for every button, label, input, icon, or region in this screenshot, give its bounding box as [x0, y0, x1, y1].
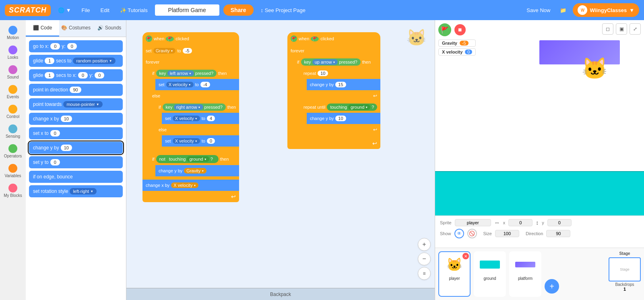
avatar: W [578, 5, 587, 15]
category-looks[interactable]: Looks [1, 43, 25, 62]
category-control[interactable]: Control [1, 102, 25, 121]
file-menu-button[interactable]: File [78, 6, 93, 15]
block-change-y-gravity[interactable]: change y by Gravity [155, 165, 239, 176]
block-go-to-y-input[interactable]: 0 [67, 43, 77, 50]
block-change-y[interactable]: change y by 10 [29, 142, 123, 154]
block-set-gravity[interactable]: set Gravity to -5 [142, 45, 239, 56]
stack-2: 🚩 when 🚩 clicked forever if key up arrow… [287, 32, 380, 149]
blocks-list: go to x: 0 y: 0 glide 1 secs to random p… [26, 37, 126, 300]
direction-input[interactable] [546, 230, 570, 237]
sprite-img-platform [515, 254, 535, 275]
zoom-reset-button[interactable]: ≡ [418, 267, 431, 280]
tutorials-button[interactable]: ✨ Tutorials [117, 6, 151, 15]
size-input[interactable] [495, 230, 519, 237]
category-events[interactable]: Events [1, 83, 25, 101]
category-motion[interactable]: Motion [1, 23, 25, 42]
gravity-badge: Gravity -5 [438, 39, 476, 47]
edit-menu-button[interactable]: Edit [97, 6, 113, 15]
tab-costumes[interactable]: 🎨 Costumes [59, 20, 93, 37]
see-project-button[interactable]: ↕ See Project Page [258, 6, 309, 15]
if-not-touching: if not touching ground ? then change y b… [142, 153, 239, 180]
zoom-controls: + − ≡ [418, 238, 431, 280]
category-looks-label: Looks [8, 55, 19, 60]
block-if-on-edge[interactable]: if on edge, bounce [29, 171, 123, 183]
show-hidden-button[interactable]: 🚫 [467, 229, 477, 238]
tab-costumes-label: Costumes [69, 25, 91, 31]
category-variables[interactable]: Variables [1, 161, 25, 180]
top-bar: SCRATCH 🌐 ▼ File Edit ✨ Tutorials Share … [0, 0, 644, 20]
stage-section: Stage Stage Backdrops 1 [609, 251, 641, 297]
sprite-thumb-platform[interactable]: platform [509, 251, 541, 297]
when-flag-clicked-1[interactable]: 🚩 when 🚩 clicked [142, 32, 239, 45]
save-now-button[interactable]: Save Now [523, 6, 553, 15]
user-menu-button[interactable]: W WiingyClasses ▼ [573, 3, 639, 17]
normal-stage-button[interactable]: ▣ [616, 23, 627, 35]
globe-button[interactable]: 🌐 ▼ [55, 6, 74, 15]
y-input[interactable] [547, 219, 572, 226]
block-forever-2[interactable]: forever [287, 45, 380, 56]
stage-label: Stage [619, 251, 630, 256]
sprite-thumb-ground[interactable]: ground [474, 251, 506, 297]
scratch-logo[interactable]: SCRATCH [5, 4, 51, 16]
backdrops-label: Backdrops [615, 282, 634, 287]
show-visible-button[interactable]: 👁 [454, 229, 464, 238]
project-name-input[interactable] [155, 4, 219, 16]
scene: Gravity -5 X velocity 0 🐱 [435, 36, 644, 215]
sprite-thumb-player[interactable]: ✕ 🐱 player [438, 251, 471, 297]
block-glide-random[interactable]: glide 1 secs to random position [29, 55, 123, 67]
block-set-rotation[interactable]: set rotation style left-right [29, 185, 123, 197]
block-glide-xy[interactable]: glide 1 secs to x: 0 y: 0 [29, 69, 123, 81]
block-go-to-x-input[interactable]: 0 [50, 43, 60, 50]
code-area[interactable]: 🚩 when 🚩 clicked set Gravity to -5 forev… [126, 20, 435, 300]
y-coord-icon: ↕ [536, 219, 539, 226]
share-button[interactable]: Share [223, 4, 254, 16]
stack-1: 🚩 when 🚩 clicked set Gravity to -5 forev… [142, 32, 239, 202]
block-set-x[interactable]: set x to 0 [29, 127, 123, 139]
green-flag-button[interactable]: 🚩 [438, 23, 451, 36]
tabs-row: ⬛ Code 🎨 Costumes 🔊 Sounds [26, 20, 126, 37]
sprite-name-platform: platform [518, 276, 533, 281]
tab-sounds-label: Sounds [105, 25, 122, 31]
fullscreen-button[interactable]: ⤢ [630, 23, 641, 35]
block-change-y-10[interactable]: change y by 10 [307, 113, 380, 124]
globe-icon: 🌐 [58, 7, 64, 13]
folder-button[interactable]: 📁 [557, 6, 570, 15]
block-set-xvel-4[interactable]: set X velocity to 4 [162, 113, 239, 124]
block-set-xvel-0[interactable]: set X velocity to 0 [162, 135, 239, 147]
tab-code[interactable]: ⬛ Code [26, 20, 59, 37]
block-forever-1[interactable]: forever [142, 56, 239, 68]
categories-panel: Motion Looks Sound Events Control Sensin… [0, 20, 26, 300]
block-change-x[interactable]: change x by 10 [29, 113, 123, 125]
code-canvas: 🚩 when 🚩 clicked set Gravity to -5 forev… [126, 20, 435, 300]
sound-icon: 🔊 [97, 25, 103, 31]
cat-sprite: 🐱 [582, 56, 608, 81]
backpack-bar[interactable]: Backpack [126, 288, 435, 300]
block-change-y-15[interactable]: change y by 15 [307, 79, 380, 90]
forever-arrow-1: ↩ [231, 193, 236, 200]
block-glide-dropdown[interactable]: random position [73, 58, 115, 64]
zoom-out-button[interactable]: − [418, 252, 431, 265]
sprite-name-input[interactable] [455, 219, 491, 226]
backpack-label: Backpack [270, 292, 291, 297]
category-sensing-label: Sensing [6, 134, 20, 139]
category-operators[interactable]: Operators [1, 142, 25, 161]
block-go-to-x-y[interactable]: go to x: 0 y: 0 [29, 40, 123, 52]
category-my-blocks[interactable]: My Blocks [1, 181, 25, 200]
block-point-towards[interactable]: point towards mouse-pointer [29, 98, 123, 110]
block-point-direction[interactable]: point in direction 90 [29, 84, 123, 96]
category-sensing[interactable]: Sensing [1, 122, 25, 141]
category-sound[interactable]: Sound [1, 63, 25, 82]
block-set-xvel-neg4[interactable]: set X velocity to -4 [155, 79, 239, 90]
stage-thumb[interactable]: Stage [609, 257, 641, 281]
red-stop-button[interactable]: ⏹ [454, 24, 466, 35]
zoom-in-button[interactable]: + [418, 238, 431, 251]
x-input[interactable] [508, 219, 533, 226]
sprite-delete-player[interactable]: ✕ [462, 253, 469, 259]
tab-sounds[interactable]: 🔊 Sounds [93, 20, 126, 37]
block-change-x-xvel[interactable]: change x by X velocity [142, 180, 239, 191]
add-sprite-button[interactable]: + [545, 279, 559, 294]
when-flag-clicked-2[interactable]: 🚩 when 🚩 clicked [287, 32, 380, 45]
small-stage-button[interactable]: ◻ [602, 23, 613, 35]
code-icon: ⬛ [33, 25, 39, 31]
block-set-y[interactable]: set y to 0 [29, 156, 123, 168]
